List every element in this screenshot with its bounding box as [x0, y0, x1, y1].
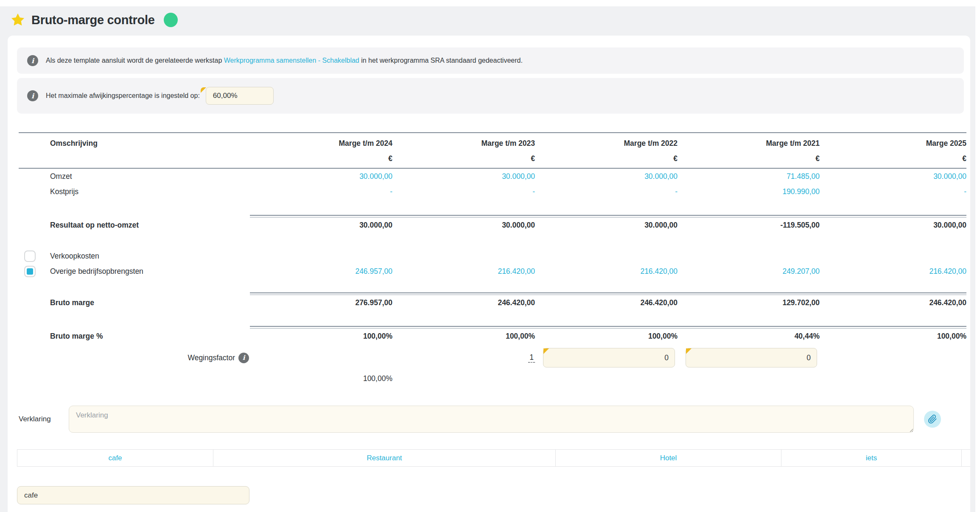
column-header-marge-2025: Marge 2025 [820, 139, 966, 148]
value-cell: 100,00% [535, 332, 678, 341]
deviation-label: Het maximale afwijkingspercentage is ing… [46, 92, 200, 100]
edited-corner-flag [543, 348, 549, 354]
value-cell: 100,00% [392, 332, 535, 341]
page-title: Bruto-marge controle [31, 13, 154, 27]
template-info-text-after: in het werkprogramma SRA standaard gedea… [359, 57, 523, 64]
segment-cell-iets[interactable]: iets [781, 450, 962, 466]
title-bar: Bruto-marge controle [0, 6, 980, 33]
currency-header: € [820, 154, 966, 163]
value-cell[interactable]: 216.420,00 [392, 267, 535, 276]
row-label: Resultaat op netto-omzet [50, 221, 250, 230]
column-header-marge-2021: Marge t/m 2021 [678, 139, 820, 148]
column-header-omschrijving: Omschrijving [50, 139, 250, 148]
value-cell[interactable]: 30.000,00 [250, 172, 392, 181]
value-cell: 276.957,00 [250, 298, 392, 307]
table-row-bruto-marge: Bruto marge 276.957,00 246.420,00 246.42… [19, 295, 966, 310]
column-header-marge-2022: Marge t/m 2022 [535, 139, 678, 148]
status-indicator[interactable] [164, 13, 178, 27]
value-cell[interactable]: - [250, 187, 392, 196]
segment-cell-cafe[interactable]: cafe [17, 450, 213, 466]
table-row-bruto-marge-pct: Bruto marge % 100,00% 100,00% 100,00% 40… [19, 328, 966, 344]
edited-corner-flag [686, 348, 692, 354]
value-cell: 100,00% [250, 332, 392, 341]
value-cell[interactable]: 246.957,00 [250, 267, 392, 276]
wegingsfactor-2023-value[interactable]: 1 [528, 353, 535, 363]
wegingsfactor-2022-input[interactable] [543, 348, 675, 367]
segment-cell-restaurant[interactable]: Restaurant [213, 450, 556, 466]
verklaring-textarea[interactable] [69, 406, 914, 433]
value-cell: 246.420,00 [535, 298, 678, 307]
value-cell: 30.000,00 [392, 221, 535, 230]
column-header-marge-2023: Marge t/m 2023 [392, 139, 535, 148]
deviation-banner: i Het maximale afwijkingspercentage is i… [17, 78, 964, 114]
wegingsfactor-info-icon[interactable]: i [238, 353, 249, 363]
currency-header: € [678, 154, 820, 163]
value-cell[interactable]: 30.000,00 [392, 172, 535, 181]
info-icon: i [27, 55, 38, 66]
currency-header: € [535, 154, 678, 163]
verkoopkosten-checkbox[interactable] [24, 250, 36, 262]
overige-checkbox[interactable] [24, 266, 36, 277]
margin-table: Omschrijving Marge t/m 2024 Marge t/m 20… [19, 132, 966, 386]
value-cell[interactable]: 190.990,00 [678, 187, 820, 196]
template-info-text: Als deze template aansluit wordt de gere… [46, 57, 523, 64]
row-label: Bruto marge [50, 298, 250, 307]
value-cell: 30.000,00 [250, 221, 392, 230]
column-header-marge-2024: Marge t/m 2024 [250, 139, 392, 148]
value-cell: 30.000,00 [535, 221, 678, 230]
row-label: Omzet [50, 172, 250, 181]
currency-header: € [250, 154, 392, 163]
attachment-button[interactable] [924, 411, 941, 428]
value-cell: 246.420,00 [820, 298, 966, 307]
value-cell: -119.505,00 [678, 221, 820, 230]
row-label: Verkoopkosten [50, 252, 250, 261]
value-cell[interactable]: 216.420,00 [820, 267, 966, 276]
row-label: Bruto marge % [50, 332, 250, 341]
table-row-verkoopkosten: Verkoopkosten [19, 248, 966, 264]
verklaring-section: Verklaring [19, 406, 970, 433]
info-icon: i [27, 90, 38, 101]
value-cell[interactable]: - [535, 187, 678, 196]
table-row-wegingsfactor: Wegingsfactor i 1 [19, 348, 966, 367]
segment-name-input[interactable] [17, 486, 249, 504]
paperclip-icon [928, 415, 937, 424]
table-row-kostprijs: Kostprijs - - - 190.990,00 - [19, 184, 966, 199]
row-label: Kostprijs [50, 187, 250, 196]
value-cell: 30.000,00 [820, 221, 966, 230]
row-label: Wegingsfactor [188, 353, 235, 362]
table-header: Omschrijving Marge t/m 2024 Marge t/m 20… [19, 132, 966, 169]
segment-table: cafe Restaurant Hotel iets [17, 449, 970, 467]
table-row-omzet: Omzet 30.000,00 30.000,00 30.000,00 71.4… [19, 169, 966, 184]
table-row-gewogen-pct: 100,00% [19, 371, 966, 386]
value-cell[interactable]: - [820, 187, 966, 196]
wegingsfactor-2021-input[interactable] [686, 348, 817, 367]
table-row-resultaat: Resultaat op netto-omzet 30.000,00 30.00… [19, 217, 966, 233]
template-info-text-before: Als deze template aansluit wordt de gere… [46, 57, 224, 64]
edited-corner-flag [201, 87, 206, 93]
value-cell[interactable]: 71.485,00 [678, 172, 820, 181]
value-cell[interactable]: 30.000,00 [820, 172, 966, 181]
table-row-overige: Overige bedrijfsopbrengsten 246.957,00 2… [19, 264, 966, 279]
value-cell[interactable]: 249.207,00 [678, 267, 820, 276]
max-deviation-input[interactable] [206, 87, 274, 105]
value-cell: 246.420,00 [392, 298, 535, 307]
value-cell[interactable]: 30.000,00 [535, 172, 678, 181]
value-cell: 129.702,00 [678, 298, 820, 307]
value-cell: 100,00% [820, 332, 966, 341]
currency-header: € [392, 154, 535, 163]
template-info-banner: i Als deze template aansluit wordt de ge… [17, 47, 964, 74]
gewogen-percentage: 100,00% [250, 374, 392, 383]
top-strip [0, 0, 980, 6]
werkprogramma-link[interactable]: Werkprogramma samenstellen - Schakelblad [224, 57, 359, 64]
value-cell: 40,44% [678, 332, 820, 341]
value-cell[interactable]: 216.420,00 [535, 267, 678, 276]
segment-cell-hotel[interactable]: Hotel [556, 450, 781, 466]
row-label: Overige bedrijfsopbrengsten [50, 267, 250, 276]
favorite-star-icon[interactable] [10, 12, 25, 28]
value-cell[interactable]: - [392, 187, 535, 196]
verklaring-label: Verklaring [19, 415, 69, 423]
scrollbar-track[interactable] [975, 0, 980, 512]
content-card: i Als deze template aansluit wordt de ge… [8, 36, 970, 512]
